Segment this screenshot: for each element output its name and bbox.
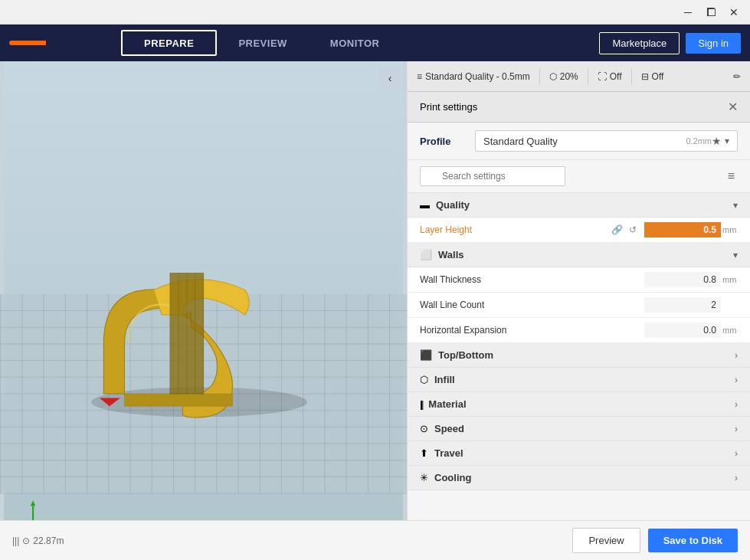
speed-section-icon: ⊙ xyxy=(420,423,428,434)
profile-label-text: Profile xyxy=(420,136,466,147)
infill-chevron-icon: › xyxy=(735,375,738,385)
collapse-viewport-button[interactable]: ‹ xyxy=(379,67,401,89)
tab-monitor[interactable]: MONITOR xyxy=(309,25,401,61)
material-section-title: Material xyxy=(428,398,729,410)
top-navigation: PREPARE PREVIEW MONITOR Marketplace Sign… xyxy=(0,25,750,61)
adhesion-value: Off xyxy=(652,71,664,82)
settings-menu-button[interactable]: ≡ xyxy=(725,166,738,186)
time-estimate: ||| ⊙ 22.87m xyxy=(12,535,64,546)
section-infill[interactable]: ⬡ Infill › xyxy=(408,368,750,392)
close-button[interactable]: ✕ xyxy=(724,3,744,21)
travel-chevron-icon: › xyxy=(735,448,738,459)
section-top-bottom[interactable]: ⬛ Top/Bottom › xyxy=(408,343,750,368)
infill-indicator[interactable]: ⬡ 20% xyxy=(549,71,578,82)
support-value: Off xyxy=(610,71,622,82)
settings-panel: ≡ Standard Quality - 0.5mm ⬡ 20% ⛶ Off ⊟… xyxy=(407,61,750,560)
profile-stack-icon: ≡ xyxy=(417,71,422,82)
top-bottom-chevron-icon: › xyxy=(735,350,738,361)
infill-section-icon: ⬡ xyxy=(420,374,428,385)
save-to-disk-button[interactable]: Save to Disk xyxy=(648,529,738,552)
window-controls: ─ ⧠ ✕ xyxy=(678,3,744,21)
cooling-section-icon: ✳ xyxy=(420,472,428,483)
section-quality[interactable]: ▬ Quality ▾ xyxy=(408,193,750,218)
speed-chevron-icon: › xyxy=(735,424,738,434)
minimize-button[interactable]: ─ xyxy=(678,3,698,21)
bottom-bar: ||| ⊙ 22.87m Preview Save to Disk xyxy=(0,520,750,560)
wall-line-count-input[interactable] xyxy=(644,297,721,313)
infill-icon: ⬡ xyxy=(549,71,557,82)
wall-thickness-unit: mm xyxy=(722,275,738,284)
profile-chevron-icon: ▾ xyxy=(725,136,729,146)
section-cooling[interactable]: ✳ Cooling › xyxy=(408,466,750,490)
horizontal-expansion-unit: mm xyxy=(722,326,738,335)
search-input[interactable] xyxy=(420,166,565,186)
walls-chevron-icon: ▾ xyxy=(733,250,738,260)
time-icon: ||| xyxy=(12,535,19,546)
layer-height-link-button[interactable]: 🔗 xyxy=(610,223,624,237)
wall-thickness-input[interactable] xyxy=(644,272,721,287)
restore-button[interactable]: ⧠ xyxy=(701,3,721,21)
paint-icon: ✏ xyxy=(733,71,741,82)
support-icon: ⛶ xyxy=(598,71,607,82)
section-travel[interactable]: ⬆ Travel › xyxy=(408,441,750,466)
signin-button[interactable]: Sign in xyxy=(686,33,741,54)
material-chevron-icon: › xyxy=(735,399,738,410)
adhesion-icon: ⊟ xyxy=(641,71,649,82)
search-wrap: 🔍 xyxy=(420,166,719,186)
print-settings-header: Print settings ✕ xyxy=(408,92,750,123)
toolbar-strip: ≡ Standard Quality - 0.5mm ⬡ 20% ⛶ Off ⊟… xyxy=(408,61,750,92)
adhesion-indicator[interactable]: ⊟ Off xyxy=(641,71,664,82)
preview-button[interactable]: Preview xyxy=(572,528,640,553)
viewport[interactable]: Generic PLA 0.4mm Nozzle xyxy=(0,61,407,560)
section-speed[interactable]: ⊙ Speed › xyxy=(408,417,750,441)
travel-section-title: Travel xyxy=(434,447,729,459)
toolbar-divider-2 xyxy=(588,69,588,84)
infill-value: 20% xyxy=(560,71,578,82)
print-settings-close[interactable]: ✕ xyxy=(728,100,738,114)
title-bar: ─ ⧠ ✕ xyxy=(0,0,750,25)
walls-section-icon: ⬜ xyxy=(420,249,432,260)
main-area: Generic PLA 0.4mm Nozzle xyxy=(0,61,750,560)
search-bar: 🔍 ≡ xyxy=(408,160,750,193)
viewport-svg xyxy=(0,61,407,560)
settings-list: ▬ Quality ▾ Layer Height 🔗 ↺ mm ⬜ Walls … xyxy=(408,193,750,526)
horizontal-expansion-input[interactable] xyxy=(644,323,721,338)
profile-label: Standard Quality - 0.5mm xyxy=(425,71,530,82)
horizontal-expansion-row: Horizontal Expansion mm xyxy=(408,318,750,343)
section-walls[interactable]: ⬜ Walls ▾ xyxy=(408,243,750,267)
logo-bar xyxy=(9,41,70,45)
travel-section-icon: ⬆ xyxy=(420,447,428,459)
toolbar-divider-1 xyxy=(539,69,540,84)
layer-height-reset-button[interactable]: ↺ xyxy=(627,223,638,237)
print-settings-title: Print settings xyxy=(420,101,477,113)
nav-right: Marketplace Sign in xyxy=(599,32,741,54)
tab-preview[interactable]: PREVIEW xyxy=(217,25,308,61)
wall-thickness-row: Wall Thickness mm xyxy=(408,267,750,293)
profile-star-icon: ★ xyxy=(712,135,722,147)
horizontal-expansion-name: Horizontal Expansion xyxy=(420,325,644,336)
profile-row: Profile Standard Quality 0.2mm ★ ▾ xyxy=(408,123,750,160)
layer-height-input[interactable] xyxy=(644,222,721,237)
wall-line-count-name: Wall Line Count xyxy=(420,300,644,310)
wall-thickness-name: Wall Thickness xyxy=(420,274,644,285)
material-section-icon: ||| xyxy=(420,399,422,410)
section-material[interactable]: ||| Material › xyxy=(408,392,750,417)
quality-section-icon: ▬ xyxy=(420,199,430,211)
support-indicator[interactable]: ⛶ Off xyxy=(598,71,622,82)
nav-tabs: PREPARE PREVIEW MONITOR xyxy=(121,25,599,61)
logo xyxy=(9,29,109,57)
profile-select[interactable]: Standard Quality 0.2mm ★ ▾ xyxy=(475,130,738,152)
marketplace-button[interactable]: Marketplace xyxy=(599,32,680,54)
speed-section-title: Speed xyxy=(434,423,729,434)
layer-height-actions: 🔗 ↺ xyxy=(610,223,638,237)
cost-icon: ⊙ xyxy=(22,535,30,546)
layer-height-row: Layer Height 🔗 ↺ mm xyxy=(408,218,750,243)
tab-prepare[interactable]: PREPARE xyxy=(121,30,217,56)
quality-section-title: Quality xyxy=(436,199,727,211)
profile-value: Standard Quality xyxy=(483,136,683,147)
infill-section-title: Infill xyxy=(434,374,729,385)
toolbar-divider-3 xyxy=(631,69,632,84)
profile-sub-value: 0.2mm xyxy=(683,136,712,146)
paint-button[interactable]: ✏ xyxy=(733,71,741,82)
layer-height-name: Layer Height xyxy=(420,224,610,235)
